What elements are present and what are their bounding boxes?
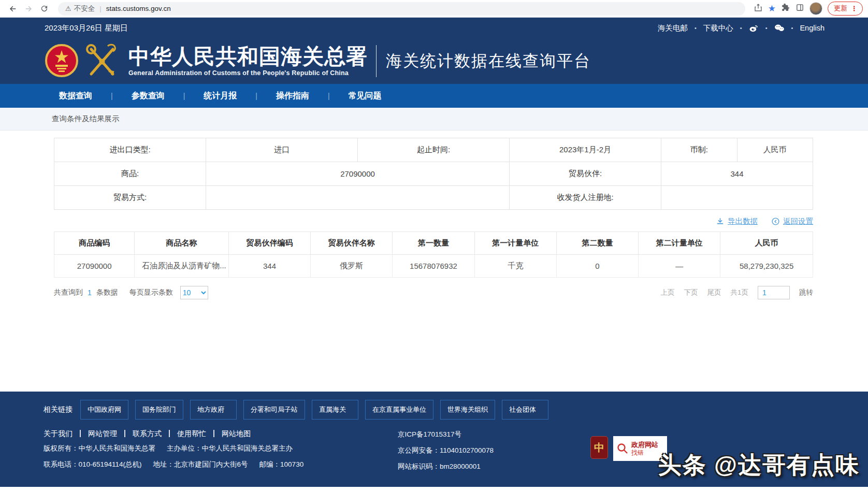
org-title-en: General Administration of Customs of the…: [128, 69, 368, 77]
browser-update-button[interactable]: 更新 ⋮: [828, 2, 863, 16]
cond-value-partner: 344: [661, 162, 813, 186]
footer-link-contact[interactable]: 联系方式: [125, 430, 170, 437]
table-actions: 导出数据 返回设置: [54, 216, 813, 226]
footer-link-help[interactable]: 使用帮忙: [170, 430, 214, 437]
table-row: 贸易方式: 收发货人注册地:: [54, 186, 813, 210]
back-to-settings-button[interactable]: 返回设置: [771, 216, 813, 226]
related-link-gov-cn[interactable]: 中国政府网: [80, 400, 128, 420]
related-link-wco[interactable]: 世界海关组织: [440, 400, 495, 420]
url-text[interactable]: stats.customs.gov.cn: [106, 5, 171, 12]
cell-qty1: 15678076932: [393, 255, 474, 278]
cond-label-currency: 币制:: [661, 138, 737, 162]
security-label[interactable]: 不安全: [74, 4, 95, 13]
footer-link-site-admin[interactable]: 网站管理: [81, 430, 125, 437]
extensions-icon[interactable]: [781, 3, 790, 15]
forward-icon[interactable]: [21, 1, 36, 17]
col-unit2: 第二计量单位: [639, 232, 720, 255]
page-jump-input[interactable]: [758, 286, 790, 299]
nav-separator: |: [316, 92, 341, 100]
cond-label-commodity: 商品:: [54, 162, 206, 186]
cond-value-commodity: 27090000: [206, 162, 510, 186]
related-links-row: 相关链接 中国政府网 国务院部门 地方政府 分署和司局子站 直属海关 在京直属事…: [44, 400, 824, 420]
security-warning-icon: ⚠: [65, 5, 71, 12]
breadcrumb: 查询条件及结果展示: [0, 108, 868, 131]
footer-link-about[interactable]: 关于我们: [44, 430, 81, 437]
page-size-label: 每页显示条数: [129, 288, 173, 297]
site-code: 网站标识码：bm28000001: [398, 462, 494, 471]
main-nav: 数据查询 | 参数查询 | 统计月报 | 操作指南 | 常见问题: [0, 84, 868, 108]
cond-value-period: 2023年1月-2月: [510, 138, 661, 162]
related-links-label: 相关链接: [44, 405, 73, 414]
results-table: 商品编码 商品名称 贸易伙伴编码 贸易伙伴名称 第一数量 第一计量单位 第二数量…: [54, 232, 813, 278]
col-commodity-name: 商品名称: [135, 232, 229, 255]
total-prefix: 共查询到: [54, 288, 83, 297]
icp-number: 京ICP备17015317号: [398, 430, 494, 439]
current-date: 2023年03月26日 星期日: [45, 23, 128, 33]
col-partner-name: 贸易伙伴名称: [311, 232, 393, 255]
col-rmb: 人民币: [720, 232, 813, 255]
cell-commodity-name: 石油原油及从沥青矿物...: [135, 255, 229, 278]
next-page-button[interactable]: 下页: [684, 288, 698, 297]
related-link-branches[interactable]: 分署和司局子站: [243, 400, 305, 420]
related-link-state-council[interactable]: 国务院部门: [135, 400, 183, 420]
related-link-beijing-units[interactable]: 在京直属事业单位: [365, 400, 433, 420]
gov-badge-line1: 政府网站: [631, 441, 658, 449]
nav-separator: |: [244, 92, 269, 100]
cell-rmb: 58,279,230,325: [720, 255, 813, 278]
nav-separator: |: [99, 92, 124, 100]
related-link-social-orgs[interactable]: 社会团体: [502, 400, 548, 420]
footer-link-sitemap[interactable]: 网站地图: [214, 430, 258, 437]
export-label: 导出数据: [728, 216, 758, 226]
dot-separator: •: [695, 25, 697, 31]
nav-guide[interactable]: 操作指南: [269, 91, 316, 102]
cond-value-type: 进口: [206, 138, 358, 162]
jump-button[interactable]: 跳转: [799, 288, 813, 297]
nav-param-query[interactable]: 参数查询: [124, 91, 172, 102]
col-qty2: 第二数量: [556, 232, 638, 255]
profile-avatar[interactable]: [809, 2, 822, 15]
bookmark-star-icon[interactable]: ★: [768, 3, 776, 14]
footer: 相关链接 中国政府网 国务院部门 地方政府 分署和司局子站 直属海关 在京直属事…: [0, 392, 868, 487]
nav-data-query[interactable]: 数据查询: [52, 91, 99, 102]
nav-faq[interactable]: 常见问题: [341, 91, 389, 102]
address-bar[interactable]: ⚠ 不安全 | stats.customs.gov.cn: [58, 2, 745, 16]
org-title-cn: 中华人民共和国海关总署: [128, 46, 368, 68]
gov-emblem-badge-icon[interactable]: 中: [590, 436, 608, 459]
cond-value-reg-place: [661, 186, 813, 210]
prev-page-button[interactable]: 上页: [660, 288, 674, 297]
footer-links-row: 关于我们 网站管理 联系方式 使用帮忙 网站地图: [44, 430, 385, 437]
link-english[interactable]: English: [800, 24, 824, 32]
dot-separator: •: [765, 25, 768, 31]
col-commodity-code: 商品编码: [54, 232, 135, 255]
masthead: 中华人民共和国海关总署 General Administration of Cu…: [0, 38, 868, 84]
reload-icon[interactable]: [36, 1, 52, 17]
page-size-select[interactable]: 10: [180, 286, 208, 299]
cond-value-trade-mode: [206, 186, 510, 210]
main-content: 进出口类型: 进口 起止时间: 2023年1月-2月 币制: 人民币 商品: 2…: [0, 131, 868, 392]
side-panel-icon[interactable]: [795, 3, 804, 14]
share-icon[interactable]: [754, 3, 763, 15]
cond-label-reg-place: 收发货人注册地:: [510, 186, 661, 210]
last-page-button[interactable]: 尾页: [707, 288, 721, 297]
contact-phone: 联系电话：010-65194114(总机): [44, 460, 142, 469]
link-customs-mail[interactable]: 海关电邮: [658, 23, 688, 33]
copyright-host: 主办单位：中华人民共和国海关总署主办: [167, 444, 293, 453]
export-data-button[interactable]: 导出数据: [716, 216, 758, 226]
back-icon[interactable]: [5, 1, 21, 17]
breadcrumb-label: 查询条件及结果展示: [52, 114, 120, 124]
related-link-direct-customs[interactable]: 直属海关: [312, 400, 358, 420]
results-header-row: 商品编码 商品名称 贸易伙伴编码 贸易伙伴名称 第一数量 第一计量单位 第二数量…: [54, 232, 813, 255]
platform-title: 海关统计数据在线查询平台: [386, 50, 591, 72]
link-download-center[interactable]: 下载中心: [703, 23, 733, 33]
total-count: 1: [88, 288, 92, 297]
wechat-icon[interactable]: [774, 24, 785, 32]
nav-monthly-report[interactable]: 统计月报: [196, 91, 244, 102]
table-row: 进出口类型: 进口 起止时间: 2023年1月-2月 币制: 人民币: [54, 138, 813, 162]
total-suffix: 条数据: [96, 288, 118, 297]
cell-unit2: —: [639, 255, 720, 278]
pagination-bar: 共查询到 1 条数据 每页显示条数 10 上页 下页 尾页 共1页 跳转: [54, 286, 813, 299]
menu-dots-icon[interactable]: ⋮: [851, 5, 858, 12]
weibo-icon[interactable]: [749, 24, 759, 32]
contact-zip: 邮编：100730: [259, 460, 304, 469]
related-link-local-gov[interactable]: 地方政府: [190, 400, 237, 420]
